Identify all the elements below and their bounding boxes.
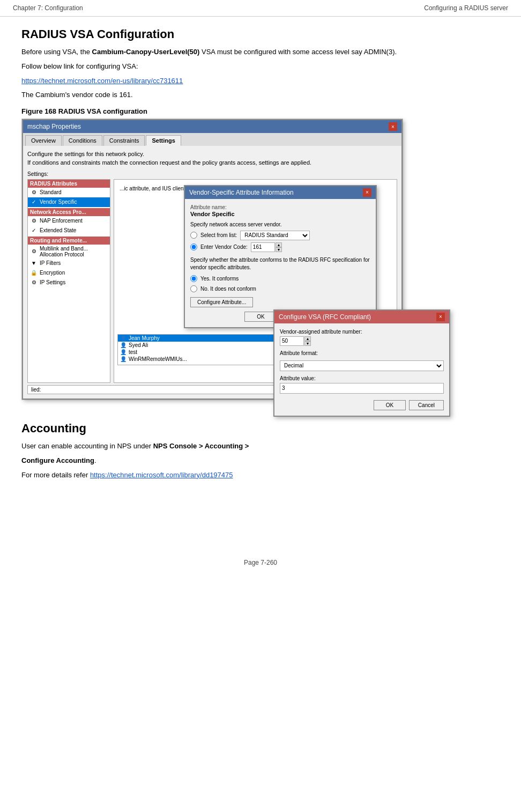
- para-vsa-1: Before using VSA, the Cambium-Canopy-Use…: [21, 47, 500, 58]
- para-accounting-1: User can enable accounting in NPS under …: [21, 441, 500, 452]
- routing-header: Routing and Remote...: [28, 237, 110, 245]
- header-right: Configuring a RADIUS server: [424, 4, 508, 12]
- section-title-vsa: RADIUS VSA Configuration: [21, 27, 500, 41]
- vsa-close-btn[interactable]: ×: [436, 313, 445, 321]
- radio-vendor-code-label: Enter Vendor Code:: [200, 244, 248, 250]
- vendor-attr-label: Vendor-assigned attribute number:: [280, 329, 444, 335]
- attr-format-label: Attribute format:: [280, 350, 444, 356]
- page-content: RADIUS VSA Configuration Before using VS…: [0, 17, 521, 494]
- winrm-label: WinRMRemoteWMIUs...: [129, 356, 187, 362]
- vsa-body: Vendor-assigned attribute number: ▲ ▼: [274, 323, 449, 416]
- vendor-dropdown[interactable]: RADIUS Standard: [240, 231, 310, 240]
- nap-icon: ⚙: [30, 217, 38, 225]
- ali-label: Syed Ali: [129, 342, 148, 348]
- ipfilters-icon: ▼: [30, 260, 38, 267]
- vendor-code-spinbtns: ▲ ▼: [276, 242, 282, 252]
- radio-select-list[interactable]: [190, 232, 197, 239]
- vsa-titlebar: Configure VSA (RFC Compliant) ×: [274, 311, 449, 323]
- settings-label: Settings:: [27, 171, 397, 177]
- attr-format-dropdown-row: Decimal String Hexadecimal: [280, 360, 444, 371]
- sidebar-item-nap[interactable]: ⚙ NAP Enforcement: [28, 216, 110, 226]
- attr-format-text: Attribute format:: [280, 350, 444, 356]
- sidebar-item-vendor-label: Vendor Specific: [40, 199, 77, 205]
- tab-overview[interactable]: Overview: [25, 135, 62, 146]
- para-vsa-3: The Cambium's vendor code is 161.: [21, 90, 500, 101]
- conforms-section: Specify whether the attribute conforms t…: [190, 256, 370, 293]
- sidebar-item-vendor[interactable]: ✓ Vendor Specific: [28, 197, 110, 207]
- accounting-link[interactable]: https://technet.microsoft.com/library/dd…: [90, 471, 233, 479]
- attr-value-input[interactable]: [280, 383, 444, 394]
- section-accounting: Accounting User can enable accounting in…: [21, 422, 500, 481]
- lied-label: lied:: [31, 387, 41, 393]
- murphy-label: Jean Murphy: [129, 335, 160, 341]
- sidebar-item-standard[interactable]: ⚙ Standard: [28, 188, 110, 197]
- vendor-close-btn[interactable]: ×: [363, 188, 371, 197]
- vendor-attr-spinbtns: ▲ ▼: [304, 336, 311, 346]
- section-title-accounting: Accounting: [21, 422, 500, 435]
- vendor-attr-input-row: ▲ ▼: [280, 336, 444, 346]
- mschap-body: Configure the settings for this network …: [23, 146, 401, 398]
- vendor-code-down[interactable]: ▼: [276, 247, 282, 252]
- sidebar-item-extended-label: Extended State: [40, 227, 76, 233]
- para-vsa-link: https://technet.microsoft.com/en-us/libr…: [21, 76, 500, 87]
- sidebar-item-encryption[interactable]: 🔒 Encryption: [28, 268, 110, 278]
- page-header: Chapter 7: Configuration Configuring a R…: [0, 0, 521, 17]
- encryption-icon: 🔒: [30, 269, 38, 277]
- ali-icon: 👤: [120, 342, 126, 348]
- sidebar-item-encryption-label: Encryption: [40, 270, 65, 276]
- conforms-text: Specify whether the attribute conforms t…: [190, 256, 370, 271]
- attr-format-select[interactable]: Decimal String Hexadecimal: [280, 360, 444, 371]
- sidebar-item-extended[interactable]: ✓ Extended State: [28, 226, 110, 235]
- vendor-icon: ✓: [30, 198, 38, 206]
- section-radius-vsa: RADIUS VSA Configuration Before using VS…: [21, 27, 500, 411]
- attr-name-label: Attribute name:: [190, 204, 370, 210]
- attr-name-value: Vendor Specific: [190, 211, 370, 217]
- tab-constraints[interactable]: Constraints: [103, 135, 145, 146]
- sidebar-item-ipfilters[interactable]: ▼ IP Filters: [28, 259, 110, 268]
- vendor-attr-up[interactable]: ▲: [304, 336, 311, 341]
- settings-sidebar: RADIUS Attributes ⚙ Standard ✓ Vendor Sp…: [27, 179, 110, 383]
- mschap-close-btn[interactable]: ×: [389, 122, 397, 131]
- vendor-code-spin: ▲ ▼: [251, 242, 282, 252]
- radio-no-conforms[interactable]: [190, 285, 197, 292]
- tab-settings[interactable]: Settings: [146, 135, 181, 146]
- tab-conditions[interactable]: Conditions: [63, 135, 102, 146]
- sidebar-item-standard-label: Standard: [40, 189, 62, 195]
- vsa-title: Configure VSA (RFC Compliant): [279, 313, 371, 321]
- murphy-icon: 👤: [120, 335, 126, 341]
- vendor-titlebar: Vendor-Specific Attribute Information ×: [185, 186, 376, 199]
- vendor-code-input[interactable]: [251, 242, 275, 252]
- page-footer: Page 7-260: [0, 537, 521, 577]
- mschap-tabs: Overview Conditions Constraints Settings: [23, 133, 401, 146]
- sidebar-item-ipsettings[interactable]: ⚙ IP Settings: [28, 278, 110, 287]
- vendor-attr-input[interactable]: [280, 336, 304, 346]
- footer-text: Page 7-260: [244, 559, 277, 566]
- radio-no-label: No. It does not conform: [200, 285, 256, 293]
- vendor-ok-btn[interactable]: OK: [244, 312, 277, 322]
- vendor-code-up[interactable]: ▲: [276, 242, 282, 247]
- para-accounting-2: Configure Accounting.: [21, 455, 500, 467]
- para-vsa-2: Follow below link for configuring VSA:: [21, 61, 500, 72]
- radio-select-list-row: Select from list: RADIUS Standard: [190, 231, 370, 240]
- radio-yes-conforms[interactable]: [190, 275, 197, 282]
- test-label: test: [129, 349, 137, 355]
- configure-btn-row: Configure Attribute...: [190, 297, 370, 307]
- vsa-link[interactable]: https://technet.microsoft.com/en-us/libr…: [21, 77, 183, 85]
- vsa-btn-row: OK Cancel: [280, 400, 444, 410]
- test-icon: 👤: [120, 349, 126, 355]
- radio-yes-row: Yes. It conforms: [190, 275, 370, 283]
- mschap-title: mschap Properties: [27, 123, 81, 130]
- sidebar-item-multilink[interactable]: ⚙ Multilink and Band...Allocation Protoc…: [28, 245, 110, 259]
- vendor-dialog: Vendor-Specific Attribute Information × …: [184, 185, 377, 328]
- header-left: Chapter 7: Configuration: [13, 4, 83, 12]
- radio-vendor-code[interactable]: [190, 243, 197, 250]
- vsa-cancel-btn[interactable]: Cancel: [409, 400, 444, 410]
- standard-icon: ⚙: [30, 189, 38, 196]
- configure-attr-btn[interactable]: Configure Attribute...: [190, 297, 253, 307]
- mschap-dialog: mschap Properties × Overview Conditions …: [22, 119, 403, 400]
- settings-content: ...ic attribute, and IUS clients. See Ve…: [114, 179, 397, 383]
- radius-header: RADIUS Attributes: [28, 180, 110, 188]
- vsa-ok-btn[interactable]: OK: [374, 400, 406, 410]
- vendor-attr-down[interactable]: ▼: [304, 341, 311, 346]
- vendor-body: Attribute name: Vendor Specific Specify …: [185, 199, 376, 327]
